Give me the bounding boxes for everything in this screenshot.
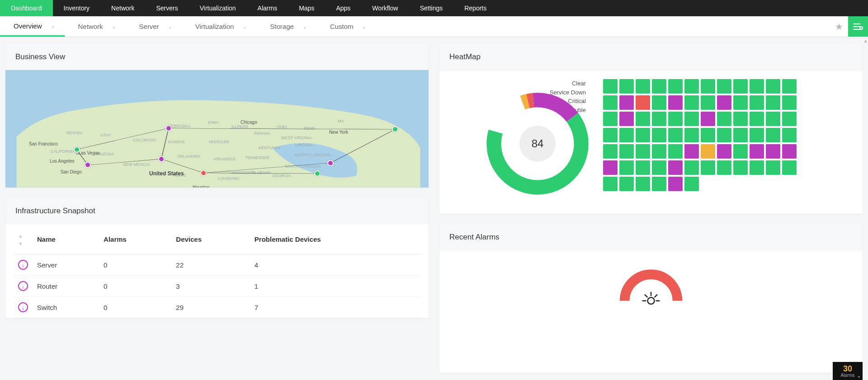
heatmap-cell[interactable] <box>717 79 731 94</box>
heatmap-cell[interactable] <box>717 128 731 142</box>
heatmap-cell[interactable] <box>750 95 764 110</box>
heatmap-cell[interactable] <box>668 144 683 159</box>
heatmap-cell[interactable] <box>750 160 764 175</box>
subnav-custom[interactable]: Custom⌄ <box>316 16 376 37</box>
scroll-up-icon[interactable]: ∧ <box>863 37 868 45</box>
column-header[interactable]: Alarms <box>99 224 171 254</box>
topnav-reports[interactable]: Reports <box>453 0 497 16</box>
heatmap-cell[interactable] <box>603 112 618 126</box>
heatmap-cell[interactable] <box>684 112 699 126</box>
heatmap-cell[interactable] <box>619 95 634 110</box>
topnav-maps[interactable]: Maps <box>288 0 325 16</box>
map-node[interactable] <box>165 125 172 131</box>
heatmap-cell[interactable] <box>652 144 666 159</box>
heatmap-cell[interactable] <box>619 112 634 126</box>
heatmap-cell[interactable] <box>750 112 764 126</box>
heatmap-cell[interactable] <box>766 160 780 175</box>
topnav-inventory[interactable]: Inventory <box>53 0 101 16</box>
heatmap-cell[interactable] <box>603 95 618 110</box>
heatmap-cell[interactable] <box>668 177 683 191</box>
table-row[interactable]: ↓ Switch 0 29 7 <box>14 297 420 318</box>
heatmap-cell[interactable] <box>782 160 797 175</box>
heatmap-cell[interactable] <box>684 79 699 94</box>
heatmap-cell[interactable] <box>717 112 731 126</box>
heatmap-donut-chart[interactable]: 84 <box>486 92 590 196</box>
heatmap-cell[interactable] <box>619 177 634 191</box>
topnav-workflow[interactable]: Workflow <box>361 0 409 16</box>
heatmap-cell[interactable] <box>603 128 618 142</box>
heatmap-cell[interactable] <box>652 112 666 126</box>
heatmap-cell[interactable] <box>603 79 618 94</box>
map-node[interactable] <box>314 170 321 177</box>
heatmap-cell[interactable] <box>733 160 748 175</box>
heatmap-cell[interactable] <box>652 160 666 175</box>
heatmap-cell[interactable] <box>684 95 699 110</box>
expand-row-icon[interactable]: ↓ <box>18 281 28 291</box>
heatmap-cell[interactable] <box>636 128 650 142</box>
heatmap-cell[interactable] <box>603 144 618 159</box>
heatmap-grid[interactable] <box>603 79 797 191</box>
heatmap-cell[interactable] <box>766 144 780 159</box>
map-node[interactable] <box>158 156 165 162</box>
subnav-virtualization[interactable]: Virtualization⌄ <box>182 16 257 37</box>
heatmap-cell[interactable] <box>636 177 650 191</box>
business-view-map[interactable]: NEVADAUTAHCOLORADOARIZONANEW MEXICONEBRA… <box>5 70 429 188</box>
heatmap-cell[interactable] <box>701 144 715 159</box>
heatmap-cell[interactable] <box>684 144 699 159</box>
table-row[interactable]: ↓ Router 0 3 1 <box>14 276 420 297</box>
favorite-star-icon[interactable]: ★ <box>830 16 848 37</box>
heatmap-cell[interactable] <box>766 128 780 142</box>
heatmap-cell[interactable] <box>782 95 797 110</box>
heatmap-cell[interactable] <box>701 95 715 110</box>
heatmap-cell[interactable] <box>701 112 715 126</box>
heatmap-cell[interactable] <box>619 79 634 94</box>
alarms-badge[interactable]: 30 Alarms ▼ <box>833 362 863 380</box>
heatmap-cell[interactable] <box>652 95 666 110</box>
heatmap-cell[interactable] <box>619 144 634 159</box>
heatmap-cell[interactable] <box>701 160 715 175</box>
heatmap-cell[interactable] <box>750 128 764 142</box>
heatmap-cell[interactable] <box>684 160 699 175</box>
column-header[interactable]: Devices <box>171 224 250 254</box>
topnav-apps[interactable]: Apps <box>325 0 361 16</box>
heatmap-cell[interactable] <box>636 160 650 175</box>
heatmap-cell[interactable] <box>766 95 780 110</box>
heatmap-cell[interactable] <box>717 95 731 110</box>
table-row[interactable]: ↓ Server 0 22 4 <box>14 254 420 276</box>
heatmap-cell[interactable] <box>782 144 797 159</box>
heatmap-cell[interactable] <box>668 128 683 142</box>
map-node[interactable] <box>74 146 80 153</box>
heatmap-cell[interactable] <box>717 144 731 159</box>
heatmap-cell[interactable] <box>701 128 715 142</box>
heatmap-cell[interactable] <box>603 177 618 191</box>
column-header[interactable]: Problematic Devices <box>250 224 420 254</box>
heatmap-cell[interactable] <box>733 95 748 110</box>
column-header[interactable]: Name <box>33 224 99 254</box>
expand-row-icon[interactable]: ↓ <box>18 260 28 270</box>
heatmap-cell[interactable] <box>668 160 683 175</box>
heatmap-cell[interactable] <box>668 79 683 94</box>
heatmap-cell[interactable] <box>733 112 748 126</box>
heatmap-cell[interactable] <box>782 79 797 94</box>
topnav-servers[interactable]: Servers <box>145 0 189 16</box>
heatmap-cell[interactable] <box>652 177 666 191</box>
topnav-network[interactable]: Network <box>100 0 145 16</box>
heatmap-cell[interactable] <box>750 144 764 159</box>
heatmap-cell[interactable] <box>684 177 699 191</box>
recent-alarms-chart[interactable] <box>606 259 696 305</box>
heatmap-cell[interactable] <box>782 128 797 142</box>
heatmap-cell[interactable] <box>733 128 748 142</box>
heatmap-cell[interactable] <box>684 128 699 142</box>
topnav-alarms[interactable]: Alarms <box>247 0 288 16</box>
expand-row-icon[interactable]: ↓ <box>18 302 28 312</box>
subnav-storage[interactable]: Storage⌄ <box>256 16 316 37</box>
subnav-overview[interactable]: Overview⌄ <box>0 16 65 37</box>
topnav-settings[interactable]: Settings <box>409 0 454 16</box>
subnav-server[interactable]: Server⌄ <box>126 16 182 37</box>
heatmap-cell[interactable] <box>619 128 634 142</box>
heatmap-cell[interactable] <box>733 79 748 94</box>
subnav-network[interactable]: Network⌄ <box>65 16 126 37</box>
heatmap-cell[interactable] <box>636 79 650 94</box>
heatmap-cell[interactable] <box>668 95 683 110</box>
heatmap-cell[interactable] <box>717 160 731 175</box>
